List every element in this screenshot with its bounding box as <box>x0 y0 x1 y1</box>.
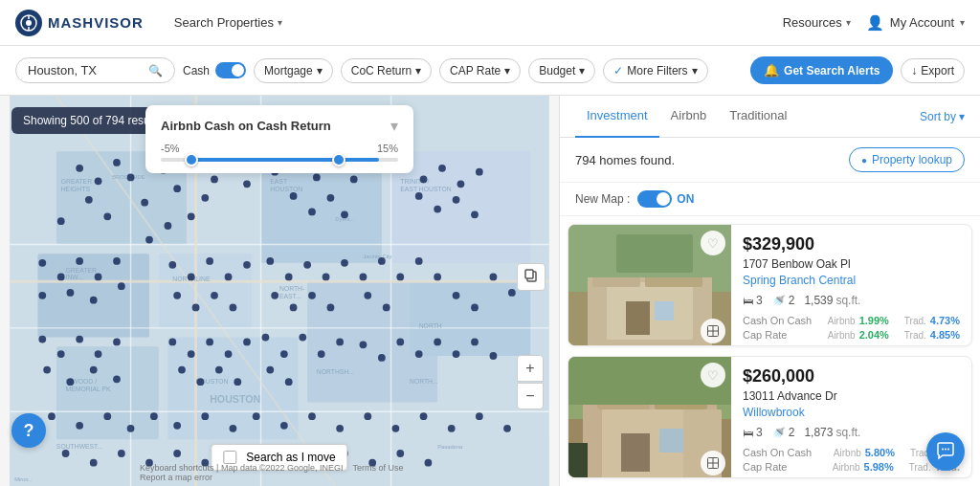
more-filters-btn[interactable]: ✓ More Filters ▾ <box>603 58 707 83</box>
nav-resources[interactable]: Resources ▾ <box>783 15 851 30</box>
svg-text:HOUSTON: HOUSTON <box>210 393 260 405</box>
listing-image-1: ♡ <box>568 225 731 346</box>
map-area[interactable]: GREATER HEIGHTS GREATER INW... NORTHLINE… <box>0 96 559 486</box>
listing-1-compare-button[interactable] <box>701 319 725 343</box>
listing-1-sqft: 1,539 sq.ft. <box>804 294 860 307</box>
svg-point-120 <box>471 304 479 312</box>
sort-by-button[interactable]: Sort by ▾ <box>920 110 965 123</box>
logo-area: MASHVISOR <box>15 10 144 36</box>
svg-point-148 <box>360 341 368 348</box>
export-button[interactable]: ↓ Export <box>901 58 965 83</box>
svg-point-106 <box>323 274 330 281</box>
chat-icon <box>936 442 955 461</box>
property-lookup-button[interactable]: ● Property lookup <box>849 147 965 172</box>
listings-container: ♡ $329,900 1707 Benbow Oak Pl Spring Bra… <box>560 216 980 486</box>
svg-point-97 <box>225 274 233 281</box>
svg-point-90 <box>38 292 46 299</box>
svg-point-110 <box>308 292 316 299</box>
svg-point-146 <box>266 366 274 374</box>
mortgage-filter[interactable]: Mortgage ▾ <box>254 58 333 83</box>
svg-point-99 <box>173 292 181 299</box>
listing-1-info: $329,900 1707 Benbow Oak Pl Spring Branc… <box>731 225 971 345</box>
location-search-input[interactable] <box>28 63 143 77</box>
nav-search-properties[interactable]: Search Properties ▾ <box>167 11 290 33</box>
svg-point-125 <box>76 336 83 343</box>
svg-rect-11 <box>167 338 298 440</box>
svg-point-83 <box>453 196 460 204</box>
search-move-checkbox[interactable] <box>223 451 236 464</box>
cash-toggle[interactable] <box>215 62 246 78</box>
listing-1-coc-trad: Trad. 4.73% <box>904 315 960 326</box>
svg-point-91 <box>67 289 75 297</box>
listing-1-coc-airbnb-label: Airbnb <box>828 316 856 326</box>
zoom-out-button[interactable]: − <box>517 383 544 409</box>
svg-point-159 <box>127 425 135 432</box>
listing-2-cap-airbnb-label: Airbnb <box>833 462 860 473</box>
listing-1-heart-button[interactable]: ♡ <box>701 231 725 255</box>
listing-1-coc-airbnb-val: 1.99% <box>859 315 889 326</box>
filter-panel-close-icon[interactable]: ▾ <box>390 117 398 135</box>
listing-2-heart-button[interactable]: ♡ <box>701 363 725 387</box>
results-count: 794 homes found. <box>575 153 675 167</box>
listing-2-coc-label: Cash On Cash <box>743 447 819 458</box>
svg-point-82 <box>434 206 441 213</box>
tab-airbnb[interactable]: Airbnb <box>659 96 719 138</box>
sort-chevron-icon: ▾ <box>959 110 965 123</box>
svg-point-167 <box>336 425 344 432</box>
range-track[interactable] <box>161 158 398 162</box>
listing-2-compare-button[interactable] <box>701 451 725 475</box>
listing-1-metrics: Cash On Cash Airbnb 1.99% Trad. 4.73% <box>743 315 960 341</box>
tab-traditional[interactable]: Traditional <box>718 96 798 138</box>
svg-point-219 <box>947 449 949 451</box>
new-map-toggle[interactable]: ON <box>637 190 694 208</box>
listing-2-neighborhood[interactable]: Willowbrook <box>743 406 960 419</box>
svg-point-87 <box>76 257 83 265</box>
svg-point-160 <box>150 412 158 420</box>
listing-card[interactable]: ♡ $260,000 13011 Advance Dr Willowbrook <box>568 356 972 478</box>
svg-point-80 <box>476 168 483 176</box>
account-person-icon: 👤 <box>866 14 884 32</box>
listing-1-neighborhood[interactable]: Spring Branch Central <box>743 274 960 287</box>
svg-point-95 <box>188 274 195 281</box>
budget-filter[interactable]: Budget ▾ <box>528 58 595 83</box>
svg-point-173 <box>503 425 511 432</box>
map-copy-button[interactable] <box>517 263 546 291</box>
cap-rate-filter[interactable]: CAP Rate ▾ <box>439 58 521 83</box>
listing-1-cap-row: Cap Rate Airbnb 2.04% Trad. 4.85% <box>743 329 960 341</box>
tab-investment[interactable]: Investment <box>575 96 659 138</box>
get-alerts-button[interactable]: 🔔 Get Search Alerts <box>750 56 893 84</box>
nav-account[interactable]: 👤 My Account ▾ <box>866 14 965 32</box>
svg-point-78 <box>438 165 446 172</box>
bed-icon: 🛏 <box>743 295 753 306</box>
svg-point-127 <box>113 339 121 346</box>
listing-1-coc-row: Cash On Cash Airbnb 1.99% Trad. 4.73% <box>743 315 960 326</box>
svg-point-105 <box>303 261 311 269</box>
svg-point-130 <box>90 366 98 374</box>
help-button[interactable]: ? <box>11 413 46 448</box>
svg-rect-199 <box>616 234 693 273</box>
mashvisor-logo-svg <box>20 14 37 32</box>
svg-point-107 <box>341 259 348 267</box>
svg-rect-194 <box>626 301 650 335</box>
chat-widget-button[interactable] <box>926 432 965 471</box>
listing-1-cap-trad: Trad. 4.85% <box>904 329 960 341</box>
svg-point-116 <box>434 274 441 281</box>
listing-2-cap-label: Cap Rate <box>743 461 819 473</box>
coc-filter[interactable]: CoC Return ▾ <box>341 58 432 83</box>
listing-2-cap-trad-label: Trad. <box>909 462 931 473</box>
svg-point-139 <box>215 366 223 374</box>
location-input-wrapper[interactable]: 🔍 <box>15 57 175 83</box>
bath-icon-2: 🚿 <box>772 427 786 439</box>
svg-text:NORTH: NORTH <box>419 322 442 329</box>
zoom-in-button[interactable]: + <box>517 355 544 382</box>
listing-2-coc-airbnb-label: Airbnb <box>834 448 861 458</box>
svg-point-69 <box>313 174 321 182</box>
svg-point-85 <box>38 259 46 267</box>
listing-2-sqft: 1,873 sq.ft. <box>804 426 860 439</box>
svg-point-55 <box>57 217 65 225</box>
listing-1-cap-label: Cap Rate <box>743 329 819 341</box>
svg-text:GREATER: GREATER <box>61 178 92 185</box>
listing-card[interactable]: ♡ $329,900 1707 Benbow Oak Pl Spring Bra… <box>568 224 972 346</box>
svg-point-186 <box>396 450 404 457</box>
svg-rect-10 <box>56 346 159 439</box>
